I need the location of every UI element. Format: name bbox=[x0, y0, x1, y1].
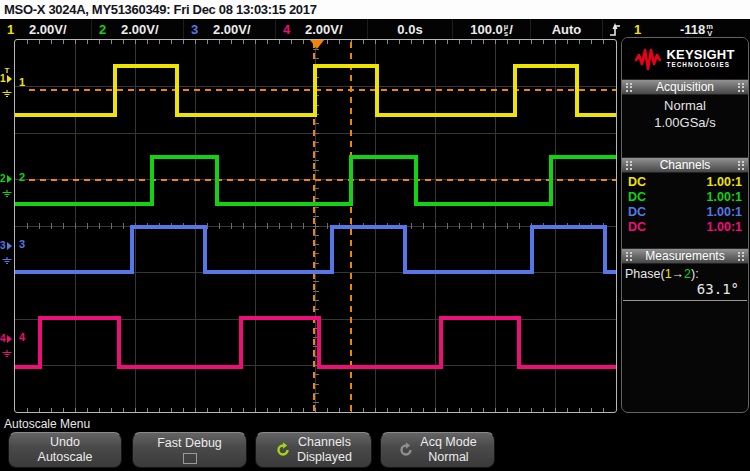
timebase-unit: µs bbox=[504, 24, 508, 37]
phase-measurement-value: 63.1° bbox=[622, 281, 748, 298]
measurement-divider bbox=[623, 300, 747, 301]
ch2-info-row[interactable]: DC 1.00:1 bbox=[622, 190, 748, 205]
grip-icon bbox=[626, 161, 632, 170]
ground-arrow-icon bbox=[7, 75, 12, 83]
softkey-channels-displayed[interactable]: Channels Displayed bbox=[255, 432, 372, 468]
time-offset[interactable]: 0.0s bbox=[368, 19, 453, 40]
ch4-status[interactable]: 4 2.00V/ bbox=[276, 19, 368, 40]
trigger-source: 1 bbox=[634, 22, 641, 37]
cycle-icon bbox=[398, 442, 414, 458]
grip-icon bbox=[738, 161, 744, 170]
ch3-plot-label: 3 bbox=[19, 239, 25, 250]
keysight-logo: KEYSIGHT TECHNOLOGIES bbox=[622, 38, 748, 79]
sample-rate: 1.00GSa/s bbox=[622, 114, 748, 131]
ch1-info-row[interactable]: DC 1.00:1 bbox=[622, 175, 748, 190]
ch4-number: 4 bbox=[283, 22, 297, 37]
phase-measurement-label[interactable]: Phase(1→2): bbox=[622, 264, 748, 281]
trigger-mode[interactable]: Auto bbox=[531, 19, 603, 40]
ch2-number: 2 bbox=[99, 22, 113, 37]
ch3-scale: 2.00V/ bbox=[213, 22, 251, 37]
ch1-number: 1 bbox=[7, 22, 21, 37]
ch1-status[interactable]: 1 2.00V/ bbox=[0, 19, 92, 40]
ch1-ground-marker[interactable]: T1 bbox=[0, 67, 14, 102]
trigger-level: -118mV bbox=[680, 22, 714, 37]
ch3-number: 3 bbox=[191, 22, 205, 37]
measurements-header[interactable]: Measurements bbox=[622, 248, 748, 264]
ch2-plot-label: 2 bbox=[19, 172, 25, 183]
ch2-scale: 2.00V/ bbox=[121, 22, 159, 37]
grip-icon bbox=[738, 83, 744, 92]
ch4-scale: 2.00V/ bbox=[305, 22, 343, 37]
grip-icon bbox=[626, 252, 632, 261]
channel-marker-strip: T1234 bbox=[0, 39, 14, 413]
ground-arrow-icon bbox=[7, 335, 12, 343]
ch4-ground-marker[interactable]: 4 bbox=[0, 334, 14, 362]
ground-arrow-icon bbox=[7, 175, 12, 183]
ch1-plot-label: 1 bbox=[19, 77, 25, 88]
softkey-fast-debug[interactable]: Fast Debug bbox=[132, 432, 247, 468]
acquisition-mode: Normal bbox=[622, 97, 748, 114]
ch1-scale: 2.00V/ bbox=[29, 22, 67, 37]
waveform-canvas bbox=[15, 40, 616, 412]
logo-line2: TECHNOLOGIES bbox=[666, 61, 734, 69]
logo-line1: KEYSIGHT bbox=[666, 48, 734, 61]
oscilloscope-screen: MSO-X 3024A, MY51360349: Fri Dec 08 13:0… bbox=[0, 0, 750, 471]
grip-icon bbox=[626, 83, 632, 92]
info-sidebar: KEYSIGHT TECHNOLOGIES Acquisition Normal… bbox=[621, 37, 749, 413]
ground-symbol-icon bbox=[1, 90, 13, 98]
ground-arrow-icon bbox=[7, 242, 12, 250]
cycle-icon bbox=[275, 442, 291, 458]
ch3-status[interactable]: 3 2.00V/ bbox=[184, 19, 276, 40]
waveform-graticule[interactable]: 1234 bbox=[14, 39, 617, 413]
menu-title: Autoscale Menu bbox=[4, 417, 90, 431]
keysight-wave-icon bbox=[635, 46, 661, 72]
ground-symbol-icon bbox=[1, 350, 13, 358]
grip-icon bbox=[738, 252, 744, 261]
acquisition-header[interactable]: Acquisition bbox=[622, 79, 748, 95]
channels-header[interactable]: Channels bbox=[622, 157, 748, 173]
ch4-plot-label: 4 bbox=[19, 332, 25, 343]
fast-debug-checkbox[interactable] bbox=[183, 453, 197, 464]
softkey-acq-mode[interactable]: Acq Mode Normal bbox=[380, 432, 495, 468]
softkey-undo-autoscale[interactable]: Undo Autoscale bbox=[8, 432, 122, 468]
ch3-info-row[interactable]: DC 1.00:1 bbox=[622, 205, 748, 220]
ch3-ground-marker[interactable]: 3 bbox=[0, 241, 14, 269]
ch2-status[interactable]: 2 2.00V/ bbox=[92, 19, 184, 40]
timebase[interactable]: 100.0µs/ bbox=[453, 19, 531, 40]
ground-symbol-icon bbox=[1, 190, 13, 198]
trigger-position-marker[interactable] bbox=[310, 40, 324, 49]
ground-symbol-icon bbox=[1, 257, 13, 265]
ch2-ground-marker[interactable]: 2 bbox=[0, 174, 14, 202]
rising-edge-trigger-icon bbox=[609, 22, 622, 37]
ch4-info-row[interactable]: DC 1.00:1 bbox=[622, 220, 748, 235]
window-title: MSO-X 3024A, MY51360349: Fri Dec 08 13:0… bbox=[0, 0, 750, 19]
